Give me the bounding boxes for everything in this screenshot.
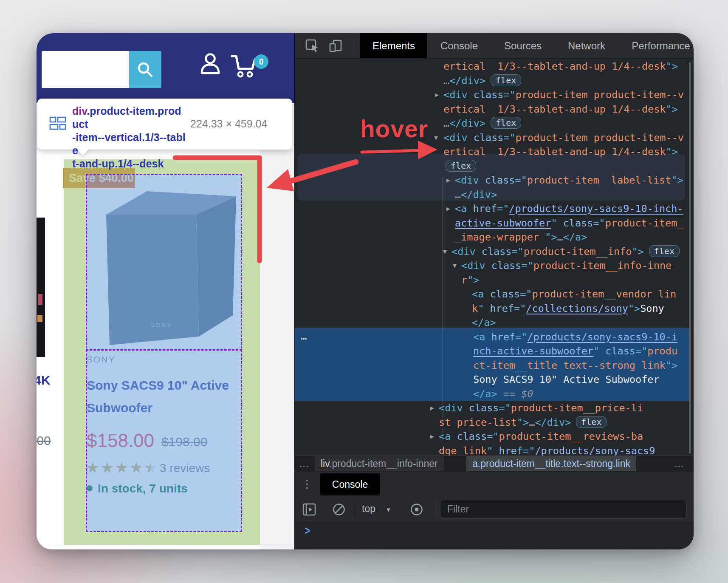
tab-sources[interactable]: Sources — [495, 33, 550, 58]
code-text: ertical 1/3--tablet-and-up 1/4--desk"> — [443, 59, 678, 74]
devtools-code-line[interactable]: ▶<a href="/products/sony-sacs9-10-inch- — [295, 202, 694, 216]
hover-annotation-label: hover — [360, 115, 428, 143]
layout-grid-icon — [49, 116, 66, 131]
collapse-arrow-icon[interactable]: ▼ — [443, 245, 447, 259]
collapse-arrow-icon[interactable]: ▼ — [434, 131, 438, 145]
account-icon[interactable] — [199, 52, 222, 76]
devtools-code-line[interactable]: </a> == $0 — [295, 387, 694, 402]
inspect-element-icon[interactable] — [305, 39, 319, 53]
clear-console-icon[interactable] — [331, 502, 347, 517]
devtools-code-line[interactable]: ertical 1/3--tablet-and-up 1/4--desk"> — [295, 145, 694, 159]
code-text: <div class="product-item__info-inne — [461, 259, 672, 273]
expand-arrow-icon[interactable]: ▶ — [430, 430, 434, 444]
search-button[interactable] — [129, 51, 161, 88]
code-text: </a> — [472, 316, 496, 330]
flex-badge[interactable]: flex — [446, 160, 476, 172]
code-text: </a> == $0 — [473, 387, 533, 402]
devtools-code-line[interactable]: r"> — [295, 273, 694, 288]
tab-elements[interactable]: Elements — [360, 33, 427, 58]
eye-icon[interactable] — [408, 502, 426, 517]
search-input[interactable] — [42, 51, 129, 88]
code-text: …</div>flex — [443, 116, 521, 131]
code-text: …</div>flex — [443, 74, 521, 88]
code-text: <div class="product-item__price-li — [439, 401, 643, 416]
neighbor-product-title-fragment: 4K — [37, 373, 50, 388]
devtools-code-line[interactable]: ertical 1/3--tablet-and-up 1/4--desk"> — [295, 59, 694, 74]
collapse-arrow-icon[interactable]: ▼ — [453, 259, 457, 273]
devtools-code-line[interactable]: nch-active-subwoofer" class="produ — [295, 344, 694, 359]
toolbar-divider — [354, 501, 354, 518]
devtools-code-line[interactable]: …</div>flex — [295, 116, 694, 131]
neighbor-product-image — [37, 218, 45, 357]
code-text: <div class="product-item__info">flex — [451, 245, 680, 259]
desktop-background: 0 4K .00 Save $40.00 SONY SONY Sony SACS… — [0, 0, 728, 583]
inspect-padding-overlay-bottom — [64, 532, 260, 545]
code-text: ertical 1/3--tablet-and-up 1/4--desk"> — [443, 145, 678, 159]
devtools-code-line[interactable]: Sony SACS9 10" Active Subwoofer — [295, 373, 694, 387]
flex-badge[interactable]: flex — [576, 416, 607, 428]
devtools-code-line[interactable]: _image-wrapper ">…</a> — [295, 230, 694, 245]
expand-console-sidebar-icon[interactable] — [302, 502, 317, 517]
devtools-code-line[interactable]: ▼<div class="product-item__info">flex — [295, 245, 694, 259]
console-body[interactable]: > — [295, 522, 694, 549]
devtools-code-line[interactable]: ct-item__title text--strong link"> — [295, 359, 694, 373]
page-background-strip — [260, 150, 294, 549]
devtools-code-line[interactable]: ▶<div class="product-item__price-li — [295, 401, 694, 416]
code-text: <div class="product-item__label-list"> — [455, 173, 683, 188]
cart-count-badge: 0 — [254, 54, 268, 69]
tooltip-selector: div.product-item.product-item--vertical.… — [72, 105, 187, 170]
expand-arrow-icon[interactable]: ▶ — [446, 202, 450, 216]
breadcrumb-overflow-left[interactable]: … — [299, 456, 309, 471]
devtools-code-line[interactable]: ▼<div class="product-item product-item--… — [295, 131, 694, 145]
breadcrumb-overflow-right[interactable]: … — [674, 456, 684, 471]
elements-scrollbar[interactable] — [689, 62, 691, 454]
code-text: <a href="/products/sony-sacs9-10-i — [473, 330, 677, 345]
page-pane: 0 4K .00 Save $40.00 SONY SONY Sony SACS… — [37, 33, 294, 549]
breadcrumb-item-info-inner[interactable]: liv.product-item__info-inner — [315, 456, 444, 471]
devtools-code-line[interactable]: dge link" href="/products/sony-sacs9 — [295, 444, 694, 456]
flex-badge[interactable]: flex — [491, 74, 521, 86]
console-filter-input[interactable] — [441, 500, 686, 518]
devtools-code-line[interactable]: ▼<div class="product-item__info-inne — [295, 259, 694, 273]
devtools-code-line[interactable]: flex — [295, 159, 694, 174]
devtools-code-line[interactable]: ▶<div class="product-item__label-list"> — [295, 173, 694, 188]
devtools-code-line[interactable]: <a href="/products/sony-sacs9-10-i — [295, 330, 694, 345]
code-text: <div class="product-item product-item--v — [443, 131, 684, 145]
site-navbar: 0 — [37, 33, 294, 103]
flex-badge[interactable]: flex — [649, 245, 680, 257]
devtools-code-line[interactable]: st price-list">…</div>flex — [295, 416, 694, 430]
breadcrumb-item-title-link[interactable]: a.product-item__title.text--strong.link — [466, 456, 636, 471]
flex-badge[interactable]: flex — [491, 117, 521, 129]
tab-performance[interactable]: Performance — [623, 33, 694, 58]
tab-network[interactable]: Network — [559, 33, 614, 58]
devtools-code-line[interactable]: <a class="product-item__vendor lin — [295, 287, 694, 302]
code-text: ertical 1/3--tablet-and-up 1/4--desk"> — [443, 102, 678, 117]
devtools-code-line[interactable]: active-subwoofer" class="product-item_ — [295, 216, 694, 231]
chevron-down-icon: ▼ — [386, 507, 391, 513]
code-text: <div class="product-item product-item--v — [443, 88, 684, 102]
device-toolbar-icon[interactable] — [328, 39, 343, 53]
devtools-code-line[interactable]: </a> — [295, 316, 694, 330]
code-text: st price-list">…</div>flex — [439, 416, 607, 430]
devtools-code-line[interactable]: …</div> — [295, 188, 694, 202]
devtools-code-line[interactable]: ▶<div class="product-item product-item--… — [295, 88, 694, 102]
expand-arrow-icon[interactable]: ▶ — [446, 173, 450, 188]
devtools-code-line[interactable]: …</div>flex — [295, 74, 694, 88]
devtools-code-line[interactable]: k" href="/collections/sony">Sony — [295, 302, 694, 316]
neighbor-product-price-fragment: .00 — [37, 433, 51, 448]
devtools-code-line[interactable]: ertical 1/3--tablet-and-up 1/4--desk"> — [295, 102, 694, 117]
code-text: dge link" href="/products/sony-sacs9 — [439, 444, 655, 456]
code-text: ct-item__title text--strong link"> — [473, 359, 677, 373]
cart-icon[interactable] — [230, 54, 258, 78]
expand-arrow-icon[interactable]: ▶ — [435, 88, 439, 102]
code-text: flex — [440, 159, 476, 174]
context-selector[interactable]: top — [362, 503, 375, 515]
breadcrumb: … liv.product-item__info-inner a.product… — [295, 456, 694, 473]
drawer-tab-console[interactable]: Console — [320, 473, 380, 495]
tooltip-dimensions: 224.33 × 459.04 — [190, 118, 267, 130]
kebab-menu-icon[interactable]: ⋮ — [302, 478, 313, 491]
expand-arrow-icon[interactable]: ▶ — [430, 401, 434, 416]
devtools-code-line[interactable]: ▶<a class="product-item__reviews-ba — [295, 430, 694, 444]
console-prompt-chevron: > — [305, 524, 310, 538]
tab-console[interactable]: Console — [432, 33, 487, 58]
